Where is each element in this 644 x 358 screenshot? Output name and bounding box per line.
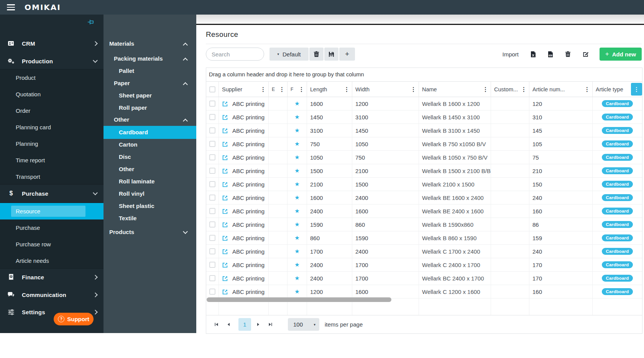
row-checkbox[interactable] <box>209 235 215 241</box>
sidebar-subitem-purchase[interactable]: Purchase <box>0 219 104 236</box>
column-menu-icon[interactable]: ⋮ <box>260 86 266 92</box>
external-link-icon[interactable] <box>222 101 228 107</box>
favorite-star-icon[interactable]: ★ <box>294 234 299 241</box>
favorite-star-icon[interactable]: ★ <box>294 100 299 107</box>
sidebar-subitem-resource[interactable]: Resource <box>0 203 104 219</box>
external-link-icon[interactable] <box>222 208 228 214</box>
delete-icon[interactable] <box>565 51 571 57</box>
tree-item-packing-materials[interactable]: Packing materials <box>104 53 196 64</box>
import-button[interactable]: Import <box>502 51 519 58</box>
tree-item-paper[interactable]: Paper <box>104 78 196 89</box>
favorite-star-icon[interactable]: ★ <box>294 167 299 174</box>
external-link-icon[interactable] <box>222 289 228 295</box>
search-input[interactable] <box>206 48 264 61</box>
edit-icon[interactable] <box>583 51 589 57</box>
external-link-icon[interactable] <box>222 127 228 134</box>
first-page-button[interactable] <box>212 320 221 329</box>
column-header-length[interactable]: Length⋮ <box>307 82 352 97</box>
tree-item-sheet-plastic[interactable]: Sheet plastic <box>104 200 196 212</box>
column-header-article_number[interactable]: Article num...⋮ <box>529 82 593 97</box>
add-new-button[interactable]: + Add new <box>600 48 642 61</box>
row-checkbox[interactable] <box>209 114 215 120</box>
hamburger-menu-icon[interactable] <box>7 4 15 10</box>
favorite-star-icon[interactable]: ★ <box>294 140 299 147</box>
sidebar-subitem-quotation[interactable]: Quotation <box>0 86 104 102</box>
row-checkbox[interactable] <box>209 248 215 254</box>
external-link-icon[interactable] <box>222 181 228 188</box>
page-size-dropdown[interactable]: 100 ▾ <box>288 318 319 331</box>
favorite-star-icon[interactable]: ★ <box>294 275 299 282</box>
next-page-button[interactable] <box>253 320 263 329</box>
row-checkbox[interactable] <box>209 221 215 228</box>
delete-view-button[interactable] <box>309 48 324 61</box>
previous-page-button[interactable] <box>224 320 233 329</box>
sidebar-item-crm[interactable]: CRM <box>0 36 104 51</box>
current-page-button[interactable]: 1 <box>238 318 251 331</box>
column-header-f[interactable]: F⋮ <box>288 82 307 97</box>
column-header-e[interactable]: E⋮ <box>269 82 288 97</box>
column-menu-icon[interactable]: ⋮ <box>299 86 304 92</box>
tree-item-roll-laminate[interactable]: Roll laminate <box>104 176 196 187</box>
row-checkbox[interactable] <box>209 154 215 160</box>
support-button[interactable]: ?Support <box>54 313 94 325</box>
external-link-icon[interactable] <box>222 248 228 255</box>
favorite-star-icon[interactable]: ★ <box>294 154 299 161</box>
sidebar-subitem-order[interactable]: Order <box>0 102 104 119</box>
row-checkbox[interactable] <box>209 275 215 281</box>
column-menu-icon[interactable]: ⋮ <box>521 86 527 92</box>
row-checkbox[interactable] <box>209 262 215 268</box>
external-link-icon[interactable] <box>222 195 228 201</box>
export-pdf-icon[interactable]: PDF <box>548 51 553 58</box>
row-checkbox[interactable] <box>209 101 215 107</box>
favorite-star-icon[interactable]: ★ <box>294 288 299 295</box>
column-header-article_type[interactable]: Article type⋮ <box>593 82 642 97</box>
tree-item-products[interactable]: Products <box>104 226 196 238</box>
tree-item-other[interactable]: Other <box>104 163 196 175</box>
tree-item-roll-paper[interactable]: Roll paper <box>104 102 196 114</box>
external-link-icon[interactable] <box>222 262 228 268</box>
column-menu-icon[interactable]: ⋮ <box>279 86 285 92</box>
view-selector-dropdown[interactable]: ▾ Default <box>269 48 309 61</box>
column-menu-icon[interactable]: ⋮ <box>483 86 488 92</box>
external-link-icon[interactable] <box>222 168 228 174</box>
tree-item-sheet-paper[interactable]: Sheet paper <box>104 90 196 101</box>
external-link-icon[interactable] <box>222 141 228 147</box>
external-link-icon[interactable] <box>222 221 228 228</box>
last-page-button[interactable] <box>266 320 275 329</box>
row-checkbox[interactable] <box>209 168 215 174</box>
tree-item-other[interactable]: Other <box>104 114 196 125</box>
row-checkbox[interactable] <box>209 141 215 147</box>
column-header-customer[interactable]: Custom...⋮ <box>491 82 529 97</box>
sidebar-subitem-article-needs[interactable]: Article needs <box>0 252 104 269</box>
column-menu-button[interactable]: ⋮ <box>631 83 642 96</box>
tree-item-disc[interactable]: Disc <box>104 151 196 163</box>
column-header-supplier[interactable]: Supplier⋮ <box>219 82 269 97</box>
external-link-icon[interactable] <box>222 235 228 241</box>
favorite-star-icon[interactable]: ★ <box>294 261 299 268</box>
external-link-icon[interactable] <box>222 154 228 161</box>
sidebar-subitem-planning-card[interactable]: Planning card <box>0 119 104 135</box>
row-checkbox[interactable] <box>209 289 215 295</box>
row-checkbox[interactable] <box>209 195 215 201</box>
row-checkbox[interactable] <box>209 208 215 214</box>
sidebar-item-communication[interactable]: Communication <box>0 287 104 302</box>
sidebar-subitem-transport[interactable]: Transport <box>0 168 104 185</box>
tree-item-textile[interactable]: Textile <box>104 213 196 224</box>
favorite-star-icon[interactable]: ★ <box>294 114 299 120</box>
favorite-star-icon[interactable]: ★ <box>294 208 299 214</box>
save-view-button[interactable] <box>324 48 338 61</box>
sidebar-subitem-product[interactable]: Product <box>0 69 104 86</box>
column-menu-icon[interactable]: ⋮ <box>584 86 590 92</box>
sidebar-item-purchase[interactable]: $Purchase <box>0 186 104 201</box>
tree-item-roll-vinyl[interactable]: Roll vinyl <box>104 188 196 200</box>
sidebar-item-finance[interactable]: $Finance <box>0 269 104 285</box>
horizontal-scrollbar[interactable] <box>207 297 391 302</box>
external-link-icon[interactable] <box>222 114 228 120</box>
row-checkbox[interactable] <box>209 181 215 187</box>
favorite-star-icon[interactable]: ★ <box>294 221 299 228</box>
sidebar-subitem-purchase-row[interactable]: Purchase row <box>0 236 104 252</box>
tree-item-cardboard[interactable]: Cardboard <box>104 126 196 139</box>
column-header-width[interactable]: Width⋮ <box>352 82 419 97</box>
favorite-star-icon[interactable]: ★ <box>294 181 299 188</box>
sidebar-subitem-time-report[interactable]: Time report <box>0 152 104 168</box>
